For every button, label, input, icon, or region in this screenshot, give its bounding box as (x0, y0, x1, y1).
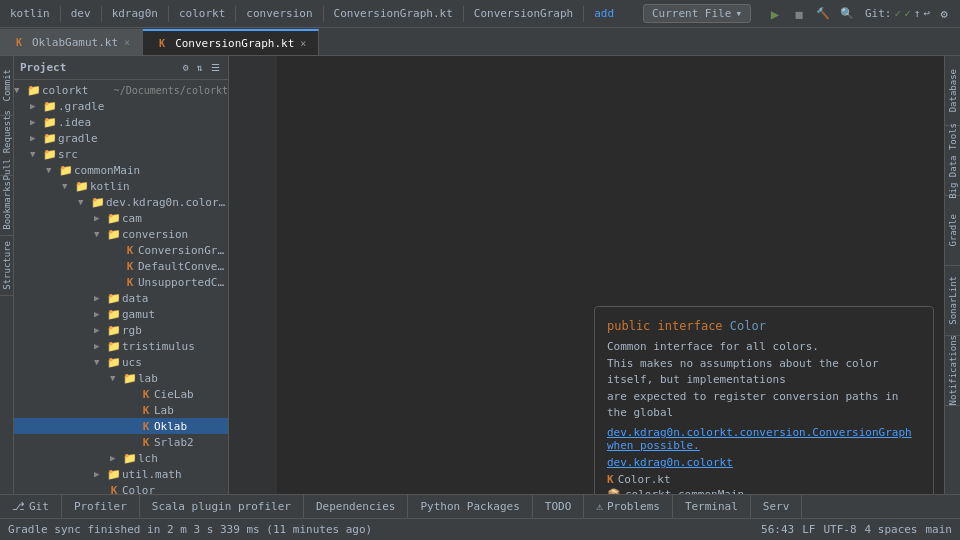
sidebar-sort-icon[interactable]: ⇅ (195, 60, 205, 75)
bottom-tab-serv[interactable]: Serv (751, 495, 803, 519)
panel-tab-database[interactable]: Database (945, 56, 960, 126)
tree-item[interactable]: ▼📁lab (14, 370, 228, 386)
tree-label: .gradle (58, 100, 228, 113)
panel-tab-notifications[interactable]: Notifications (945, 336, 960, 406)
line-ending[interactable]: LF (802, 523, 815, 536)
bottom-tab-problems[interactable]: ⚠ Problems (584, 495, 673, 519)
sidebar-header: Project ⚙ ⇅ ☰ (14, 56, 228, 80)
panel-tab-gradle[interactable]: Gradle (945, 196, 960, 266)
bottom-tab-python[interactable]: Python Packages (408, 495, 532, 519)
panel-tab-commit[interactable]: Commit (0, 56, 14, 116)
branch-name[interactable]: main (926, 523, 953, 536)
folder-icon: 📁 (106, 307, 122, 321)
tree-item[interactable]: ▶📁rgb (14, 322, 228, 338)
indent-label[interactable]: 4 spaces (865, 523, 918, 536)
tree-item[interactable]: ▶📁tristimulus (14, 338, 228, 354)
tooltip-link1[interactable]: dev.kdrag0n.colorkt.conversion.Conversio… (607, 426, 921, 452)
tree-item[interactable]: ▼📁src (14, 146, 228, 162)
current-file-button[interactable]: Current File ▾ (643, 4, 751, 23)
search-button[interactable]: 🔍 (837, 4, 857, 24)
tree-item[interactable]: KDefaultConversions... (14, 258, 228, 274)
bottom-tab-git[interactable]: ⎇ Git (0, 495, 62, 519)
toolbar-add[interactable]: add (590, 5, 618, 22)
folder-icon: 📁 (106, 227, 122, 241)
tree-item[interactable]: KSrlab2 (14, 434, 228, 450)
tree-item[interactable]: ▼📁ucs (14, 354, 228, 370)
tab-oklabgamut[interactable]: K OklabGamut.kt × (0, 29, 143, 55)
toolbar-colorkt[interactable]: colorkt (175, 5, 229, 22)
tree-item[interactable]: KOklab (14, 418, 228, 434)
bottom-tab-scala[interactable]: Scala plugin profiler (140, 495, 304, 519)
tree-item[interactable]: ▼📁conversion (14, 226, 228, 242)
tree-item[interactable]: ▶📁.idea (14, 114, 228, 130)
toolbar-conversion[interactable]: conversion (242, 5, 316, 22)
panel-tab-pull-requests[interactable]: Pull Requests (0, 116, 14, 176)
stop-icon: ◼ (795, 6, 803, 22)
tree-label: CieLab (154, 388, 228, 401)
git-check1: ✓ (895, 7, 902, 20)
sidebar-filter-icon[interactable]: ☰ (209, 60, 222, 75)
panel-tab-bookmarks[interactable]: Bookmarks (0, 176, 14, 236)
toolbar-kotlin[interactable]: kotlin (6, 5, 54, 22)
tree-label: cam (122, 212, 228, 225)
sidebar-gear-icon[interactable]: ⚙ (181, 60, 191, 75)
toolbar-convgraph[interactable]: ConversionGraph (470, 5, 577, 22)
tree-item[interactable]: KCieLab (14, 386, 228, 402)
tree-item[interactable]: KUnsupportedConve... (14, 274, 228, 290)
kt-file-icon: K (138, 387, 154, 401)
problems-label: Problems (607, 500, 660, 513)
sep2 (101, 6, 102, 22)
tree-item[interactable]: ▼📁kotlin (14, 178, 228, 194)
panel-tab-structure[interactable]: Structure (0, 236, 14, 296)
tree-arrow: ▼ (46, 165, 58, 175)
tab-conversiongraph[interactable]: K ConversionGraph.kt × (143, 29, 319, 55)
build-button[interactable]: 🔨 (813, 4, 833, 24)
file-encoding[interactable]: UTF-8 (823, 523, 856, 536)
bottom-tab-profiler[interactable]: Profiler (62, 495, 140, 519)
sep7 (583, 6, 584, 22)
cursor-position[interactable]: 56:43 (761, 523, 794, 536)
sep4 (235, 6, 236, 22)
panel-label-pull-requests: Pull Requests (2, 110, 12, 180)
panel-label-bookmarks: Bookmarks (2, 181, 12, 230)
sep5 (323, 6, 324, 22)
git-area: Git: ✓ ✓ ↑ ↩ (865, 7, 930, 20)
tree-item[interactable]: ▶📁gamut (14, 306, 228, 322)
kt-file-icon: K (138, 419, 154, 433)
folder-icon: 📁 (106, 339, 122, 353)
panel-tab-sonar[interactable]: SonarLint (945, 266, 960, 336)
close-icon[interactable]: × (124, 37, 130, 48)
toolbar-convgraph-kt[interactable]: ConversionGraph.kt (330, 5, 457, 22)
toolbar-dev[interactable]: dev (67, 5, 95, 22)
tree-item[interactable]: ▶📁lch (14, 450, 228, 466)
tree-item[interactable]: ▶📁.gradle (14, 98, 228, 114)
tree-arrow: ▶ (94, 213, 106, 223)
tree-item[interactable]: ▶📁gradle (14, 130, 228, 146)
folder-icon: 📁 (58, 163, 74, 177)
tooltip-link2[interactable]: dev.kdrag0n.colorkt (607, 456, 921, 469)
bottom-tab-todo[interactable]: TODO (533, 495, 585, 519)
tree-label: ucs (122, 356, 228, 369)
tree-item[interactable]: ▶📁data (14, 290, 228, 306)
tooltip-body: Common interface for all colors. This ma… (607, 339, 921, 422)
tab-label: OklabGamut.kt (32, 36, 118, 49)
bottom-tab-deps[interactable]: Dependencies (304, 495, 408, 519)
tree-item[interactable]: KLab (14, 402, 228, 418)
kt-file-icon: K (122, 259, 138, 273)
tree-item[interactable]: ▶📁util.math (14, 466, 228, 482)
tree-item[interactable]: KColor (14, 482, 228, 494)
close-icon-2[interactable]: × (300, 38, 306, 49)
settings-button[interactable]: ⚙ (934, 4, 954, 24)
python-label: Python Packages (420, 500, 519, 513)
toolbar-kdrag0n[interactable]: kdrag0n (108, 5, 162, 22)
tree-item[interactable]: ▼📁dev.kdrag0n.colorkt (14, 194, 228, 210)
run-button[interactable]: ▶ (765, 4, 785, 24)
stop-button[interactable]: ◼ (789, 4, 809, 24)
tree-root[interactable]: ▼ 📁 colorkt ~/Documents/colorkt (14, 82, 228, 98)
tree-item[interactable]: ▼📁commonMain (14, 162, 228, 178)
bottom-tab-terminal[interactable]: Terminal (673, 495, 751, 519)
git-tab-label: Git (29, 500, 49, 513)
tree-item[interactable]: KConversionGraph.kt (14, 242, 228, 258)
panel-tab-bigdata[interactable]: Big Data Tools (945, 126, 960, 196)
tree-item[interactable]: ▶📁cam (14, 210, 228, 226)
